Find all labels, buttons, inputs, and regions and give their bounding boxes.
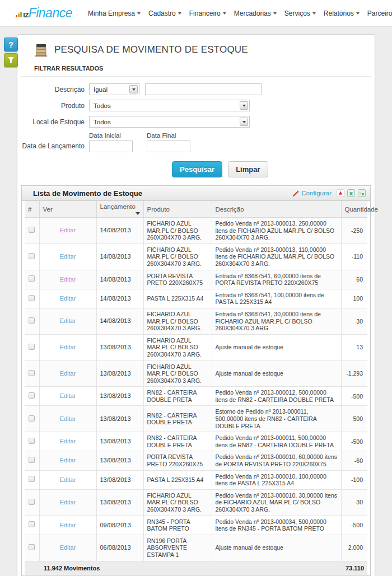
xls-export-icon[interactable]: X xyxy=(347,189,355,197)
table-row: Editar 06/08/2013 RN196 PORTA ABSORVENTE… xyxy=(25,535,367,561)
pesquisar-button[interactable]: Pesquisar xyxy=(172,161,222,177)
configurar-link[interactable]: Configurar xyxy=(293,190,332,196)
local-estoque-select[interactable]: Todos xyxy=(89,116,250,128)
row-quantity: 60 xyxy=(341,270,367,289)
descricao-operator-select[interactable]: Igual xyxy=(89,83,139,95)
table-row: Editar 13/08/2013 RN82 - CARTEIRA DOUBLE… xyxy=(25,406,367,432)
configure-icon xyxy=(293,190,300,196)
menu-financeiro[interactable]: Financeiro xyxy=(189,10,226,17)
filter-toggle-button[interactable] xyxy=(4,53,18,67)
row-checkbox[interactable] xyxy=(29,344,35,350)
col-header-quantidade[interactable]: Quantidade xyxy=(341,201,367,218)
edit-link[interactable]: Editar xyxy=(60,370,76,377)
menu-servicos[interactable]: Serviços xyxy=(284,10,316,17)
row-checkbox[interactable] xyxy=(29,253,35,259)
row-date: 13/08/2013 xyxy=(96,432,143,451)
row-quantity: -100 xyxy=(341,470,367,489)
limpar-button[interactable]: Limpar xyxy=(228,161,268,177)
row-quantity: -250 xyxy=(341,218,367,244)
edit-link[interactable]: Editar xyxy=(60,438,76,444)
data-lancamento-label: Data de Lançamento xyxy=(21,142,89,150)
col-header-lancamento[interactable]: Lançamento xyxy=(96,201,143,218)
row-description: Pedido Venda nº 2013-000010, 60,00000 it… xyxy=(212,451,341,470)
total-movements-label: 11.942 Movimentos xyxy=(25,561,341,575)
row-description: Ajuste manual de estoque xyxy=(212,334,341,360)
row-checkbox[interactable] xyxy=(29,275,35,282)
row-checkbox[interactable] xyxy=(29,521,35,527)
logo-finance: Finance xyxy=(29,7,72,20)
data-final-label: Data Final xyxy=(147,132,190,139)
row-checkbox[interactable] xyxy=(29,370,35,376)
edit-link[interactable]: Editar xyxy=(60,276,76,283)
edit-link[interactable]: Editar xyxy=(60,544,76,551)
row-checkbox[interactable] xyxy=(29,544,35,550)
table-title: Lista de Movimento de Estoque xyxy=(33,189,142,198)
row-product: FICHARIO AZUL MAR.PL C/ BOLSO 260X304X70… xyxy=(143,334,212,360)
edit-link[interactable]: Editar xyxy=(60,392,76,399)
produto-select[interactable]: Todos xyxy=(89,100,250,111)
edit-link[interactable]: Editar xyxy=(60,522,76,528)
row-date: 13/08/2013 xyxy=(96,406,143,432)
row-checkbox[interactable] xyxy=(29,227,35,233)
chevron-down-icon xyxy=(137,12,141,15)
pdf-export-icon[interactable] xyxy=(337,189,344,197)
row-product: FICHARIO AZUL MAR.PL C/ BOLSO 260X304X70… xyxy=(143,243,212,270)
chevron-down-icon xyxy=(312,12,316,15)
row-checkbox[interactable] xyxy=(29,476,35,482)
row-checkbox[interactable] xyxy=(29,295,35,301)
col-header-descricao[interactable]: Descrição xyxy=(212,201,341,218)
row-quantity: 30 xyxy=(341,308,367,334)
row-checkbox[interactable] xyxy=(29,438,35,444)
app-logo[interactable]: ız Finance xyxy=(16,7,72,20)
row-date: 14/08/2013 xyxy=(96,308,143,334)
col-header-produto[interactable]: Produto xyxy=(143,201,212,218)
stock-boxes-icon xyxy=(34,43,49,57)
chevron-down-icon xyxy=(223,12,226,15)
row-checkbox[interactable] xyxy=(29,317,35,324)
row-checkbox[interactable] xyxy=(29,457,35,463)
edit-link[interactable]: Editar xyxy=(60,317,76,324)
menu-relatorios[interactable]: Relatórios xyxy=(324,10,360,17)
row-product: FICHARIO AZUL MAR.PL C/ BOLSO 260X304X70… xyxy=(143,308,212,334)
data-final-input[interactable] xyxy=(147,141,190,152)
row-description: Entrada nº 83687541, 60,00000 itens de P… xyxy=(212,270,341,289)
edit-link[interactable]: Editar xyxy=(60,476,76,483)
edit-link[interactable]: Editar xyxy=(60,344,76,350)
sort-caret-icon[interactable] xyxy=(136,212,140,215)
table-row: Editar 13/08/2013 RN82 - CARTEIRA DOUBLE… xyxy=(25,432,367,451)
edit-link[interactable]: Editar xyxy=(60,457,76,463)
help-button[interactable]: ? xyxy=(4,38,18,51)
col-header-check: # xyxy=(25,201,39,218)
row-description: Pedido Venda nº 2013-000034, 500,00000 i… xyxy=(212,516,341,535)
row-date: 13/08/2013 xyxy=(96,451,143,470)
menu-parceiros[interactable]: Parceiros xyxy=(367,10,392,17)
data-inicial-label: Data Inicial xyxy=(89,132,133,139)
data-inicial-input[interactable] xyxy=(89,141,133,152)
row-checkbox[interactable] xyxy=(29,499,35,505)
edit-link[interactable]: Editar xyxy=(60,253,76,260)
edit-link[interactable]: Editar xyxy=(60,499,76,505)
row-quantity: -500 xyxy=(341,432,367,451)
table-header-band: Lista de Movimento de Estoque Configurar… xyxy=(22,186,370,201)
xlsx-export-icon[interactable]: ? x xyxy=(358,189,366,197)
funnel-icon xyxy=(7,57,15,64)
edit-link[interactable]: Editar xyxy=(60,415,76,422)
menu-minha-empresa[interactable]: Minha Empresa xyxy=(88,10,141,17)
row-quantity: 500 xyxy=(341,406,367,432)
descricao-input[interactable] xyxy=(145,83,262,95)
row-checkbox[interactable] xyxy=(29,415,35,422)
svg-text:x: x xyxy=(362,191,365,196)
row-description: Ajuste manual de estoque xyxy=(212,360,341,387)
row-date: 09/08/2013 xyxy=(96,516,143,535)
edit-link[interactable]: Editar xyxy=(60,227,76,233)
row-checkbox[interactable] xyxy=(29,392,35,399)
main-menu: Minha Empresa Cadastro Financeiro Mercad… xyxy=(88,10,392,17)
menu-mercadorias[interactable]: Mercadorias xyxy=(234,10,277,17)
menu-cadastro[interactable]: Cadastro xyxy=(148,10,181,17)
table-row: Editar 09/08/2013 RN345 - PORTA BATOM PR… xyxy=(25,516,367,535)
row-product: RN82 - CARTEIRA DOUBLE PRETA xyxy=(143,432,212,451)
row-description: Pedido Venda nº 2013-000010, 30,00000 it… xyxy=(212,489,341,516)
edit-link[interactable]: Editar xyxy=(60,295,76,302)
col-header-ver[interactable]: Ver xyxy=(39,201,96,218)
row-description: Ajuste manual de estoque xyxy=(212,535,341,561)
